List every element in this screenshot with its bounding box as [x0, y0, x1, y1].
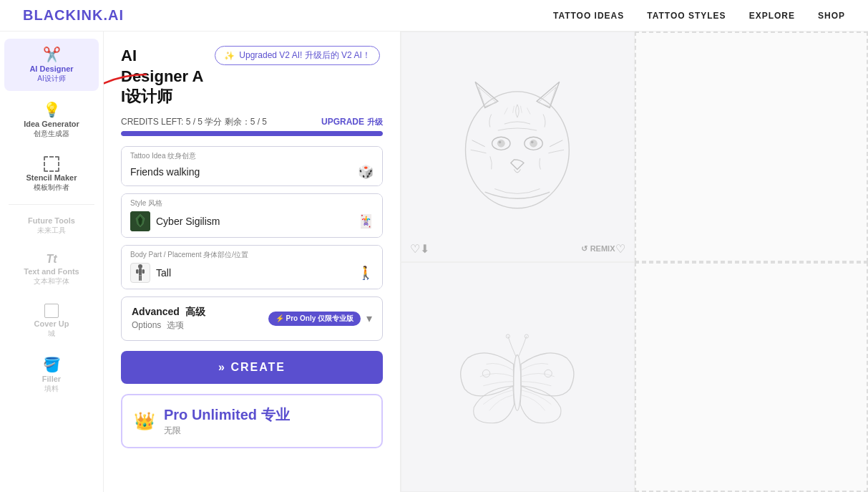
pro-banner[interactable]: 👑 Pro Unlimited 专业 无限 [121, 394, 383, 448]
credits-row: CREDITS LEFT: 5 / 5 学分 剩余：5 / 5 UPGRADE … [121, 116, 383, 128]
pro-banner-sub: 无限 [164, 425, 290, 437]
svg-rect-3 [138, 264, 142, 269]
advanced-left: Advanced 高级 Options 选项 [132, 306, 205, 332]
nav-link-tattoo-ideas[interactable]: TATTOO IDEAS [553, 11, 624, 21]
stencil-icon [44, 156, 59, 172]
svg-point-20 [545, 370, 552, 377]
chevron-down-icon: ▾ [366, 312, 372, 325]
svg-point-12 [497, 140, 505, 148]
sidebar-label-text-en: Text and Fonts [24, 267, 79, 276]
sidebar-label-stencil-cn: 模板制作者 [34, 183, 69, 193]
tattoo-idea-input[interactable] [130, 166, 352, 178]
upgrade-link[interactable]: UPGRADE [321, 117, 364, 127]
nav-link-shop[interactable]: SHOP [818, 11, 845, 21]
style-cards-icon[interactable]: 🃏 [358, 213, 374, 229]
advanced-title: Advanced [132, 306, 180, 317]
sidebar-label-filler-cn: 填料 [44, 384, 59, 394]
svg-point-15 [531, 141, 534, 144]
sidebar-item-idea-generator[interactable]: 💡 Idea Generator 创意生成器 [4, 94, 99, 146]
create-button[interactable]: » CREATE [121, 351, 383, 384]
download-icon-wolf[interactable]: ⬇ [420, 242, 429, 256]
progress-bar [121, 131, 383, 136]
sidebar-item-future-tools[interactable]: Future Tools 未来工具 [4, 209, 99, 243]
remix-button-wolf[interactable]: ↺ REMIX [581, 244, 615, 254]
advanced-subtitle-cn: 选项 [167, 319, 184, 332]
advanced-title-cn: 高级 [185, 306, 205, 319]
remix-icon: ↺ [581, 244, 587, 254]
sidebar: ✂️ AI Designer AI设计师 💡 Idea Generator 创意… [0, 32, 104, 492]
logo[interactable]: BLACKINK.AI [23, 7, 124, 24]
style-input-row[interactable]: 🃏 [122, 208, 382, 237]
advanced-options-row[interactable]: Advanced 高级 Options 选项 ⚡ Pro Only 仅限专业版 … [121, 296, 383, 341]
sidebar-label-ai-designer-en: AI Designer [29, 64, 73, 73]
body-thumbnail [130, 263, 150, 283]
credits-text: CREDITS LEFT: 5 / 5 学分 剩余：5 / 5 [121, 116, 267, 128]
sidebar-label-text-cn: 文本和字体 [34, 276, 69, 286]
gallery-cell-empty-top-right [635, 32, 869, 262]
style-label: Style 风格 [122, 194, 382, 208]
pro-banner-title: Pro Unlimited 专业 [164, 405, 290, 425]
content-area: AI Designer A I设计师 ✨ Upgraded V2 AI! 升级后… [104, 32, 401, 492]
svg-rect-7 [139, 275, 140, 281]
sidebar-item-stencil-maker[interactable]: Stencil Maker 模板制作者 [4, 149, 99, 200]
heart-icon-wolf-right[interactable]: ♡ [615, 242, 625, 256]
body-person-icon[interactable]: 🚶 [358, 265, 374, 281]
page-title-line2: Designer A [121, 67, 203, 87]
logo-text-rest: .AI [103, 7, 124, 23]
remix-label: REMIX [590, 244, 615, 253]
svg-rect-6 [142, 269, 145, 274]
nav-links: TATTOO IDEAS TATTOO STYLES EXPLORE SHOP [553, 11, 845, 21]
svg-rect-8 [140, 275, 142, 281]
filler-icon: 🪣 [43, 356, 61, 373]
body-input-row[interactable]: 🚶 [122, 260, 382, 289]
sidebar-label-cover-cn: 城 [48, 329, 55, 339]
svg-rect-4 [139, 269, 142, 275]
sidebar-item-cover-up[interactable]: Cover Up 城 [4, 296, 99, 346]
sidebar-item-ai-designer[interactable]: ✂️ AI Designer AI设计师 [4, 39, 99, 91]
upgrade-badge-text: Upgraded V2 AI! 升级后的 V2 AI！ [239, 49, 370, 62]
tattoo-idea-label: Tattoo Idea 纹身创意 [122, 147, 382, 161]
tattoo-idea-field-group: Tattoo Idea 纹身创意 🎲 [121, 146, 383, 186]
nav-link-tattoo-styles[interactable]: TATTOO STYLES [647, 11, 726, 21]
main-layout: ✂️ AI Designer AI设计师 💡 Idea Generator 创意… [0, 32, 868, 492]
upgrade-badge[interactable]: ✨ Upgraded V2 AI! 升级后的 V2 AI！ [215, 46, 379, 65]
body-field-group: Body Part / Placement 身体部位/位置 🚶 [121, 245, 383, 289]
style-field-group: Style 风格 🃏 [121, 193, 383, 238]
cover-icon [44, 304, 59, 318]
svg-point-16 [514, 355, 521, 411]
crown-icon: 👑 [134, 411, 155, 431]
gallery-cell-empty-bottom-right [635, 262, 869, 493]
dice-icon[interactable]: 🎲 [358, 164, 374, 180]
wolf-illustration [419, 49, 616, 244]
sidebar-label-idea-en: Idea Generator [24, 120, 79, 128]
pro-banner-text: Pro Unlimited 专业 无限 [164, 405, 290, 437]
text-icon: Tt [46, 253, 57, 266]
svg-point-13 [530, 140, 537, 148]
heart-icon-wolf[interactable]: ♡ [410, 242, 420, 256]
sparkle-icon: ✨ [224, 51, 235, 61]
butterfly-illustration [424, 285, 610, 468]
sidebar-label-stencil-en: Stencil Maker [26, 173, 77, 182]
nav-link-explore[interactable]: EXPLORE [749, 11, 795, 21]
style-input[interactable] [156, 216, 352, 227]
scissors-icon: ✂️ [43, 46, 61, 63]
sidebar-divider-1 [9, 204, 94, 205]
gallery-area: ♡ ⬇ ↺ REMIX ♡ [401, 32, 868, 492]
logo-text-accent: INK [77, 7, 103, 23]
body-label: Body Part / Placement 身体部位/位置 [122, 246, 382, 260]
gallery-cell-wolf: ♡ ⬇ ↺ REMIX ♡ [401, 32, 635, 262]
logo-text-black: BLACK [23, 7, 77, 23]
sidebar-label-idea-cn: 创意生成器 [34, 129, 69, 139]
sidebar-label-filler-en: Filler [42, 375, 61, 383]
svg-point-9 [466, 92, 570, 208]
sidebar-item-text-fonts[interactable]: Tt Text and Fonts 文本和字体 [4, 246, 99, 294]
pro-badge: ⚡ Pro Only 仅限专业版 [268, 312, 361, 326]
upgrade-cn: 升级 [367, 117, 383, 127]
sidebar-label-future-en: Future Tools [28, 216, 75, 225]
page-title-line1: AI [121, 46, 203, 67]
sidebar-item-filler[interactable]: 🪣 Filler 填料 [4, 349, 99, 401]
sidebar-label-future-cn: 未来工具 [37, 226, 66, 236]
svg-point-14 [499, 141, 502, 144]
progress-bar-fill [121, 131, 383, 136]
body-input[interactable] [156, 267, 352, 279]
